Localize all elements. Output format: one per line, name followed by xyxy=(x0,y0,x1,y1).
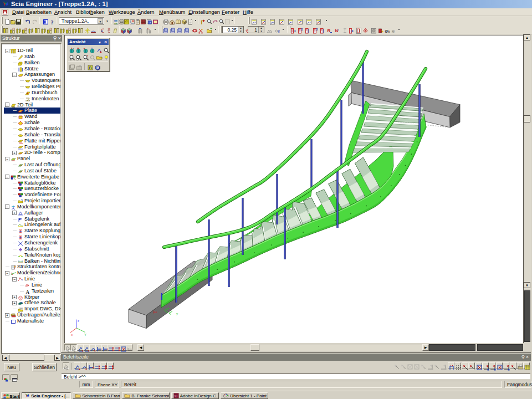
svg-text:Cdn: Cdn xyxy=(78,65,81,67)
svg-text:Øv: Øv xyxy=(385,29,390,33)
svg-text:DWG: DWG xyxy=(19,308,23,310)
svg-text:≋: ≋ xyxy=(392,29,395,33)
svg-text:Id: Id xyxy=(175,393,178,397)
svg-text:?: ? xyxy=(51,19,54,25)
svg-text:y: y xyxy=(176,312,178,315)
svg-text:Y: Y xyxy=(84,333,86,336)
svg-text:B: B xyxy=(89,66,92,70)
svg-text:A: A xyxy=(26,289,30,294)
svg-text:N: N xyxy=(335,28,338,33)
svg-text:z: z xyxy=(73,47,74,50)
svg-text:R: R xyxy=(278,30,280,33)
svg-text:z: z xyxy=(78,319,79,323)
svg-text:R: R xyxy=(328,28,331,33)
svg-text:M: M xyxy=(96,66,99,70)
svg-text:cm: cm xyxy=(114,22,117,25)
svg-text:x: x xyxy=(71,333,73,336)
